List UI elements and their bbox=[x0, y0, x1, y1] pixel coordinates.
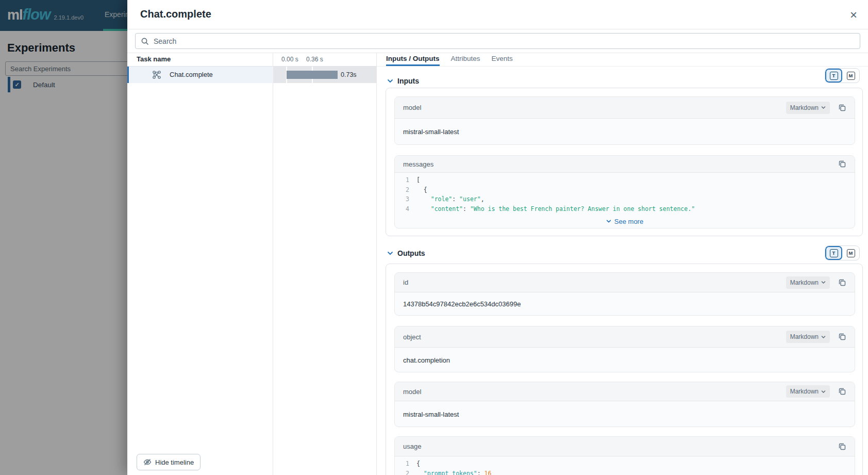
field-value: mistral-small-latest bbox=[395, 401, 855, 427]
markdown-mode-icon[interactable]: M bbox=[842, 246, 859, 260]
search-icon bbox=[141, 37, 149, 45]
code-line: 3 "role": "user", bbox=[395, 194, 855, 204]
tab-inputs-outputs-label: Inputs / Outputs bbox=[386, 55, 440, 62]
span-duration-bar[interactable] bbox=[287, 71, 338, 79]
renderer-dropdown-label: Markdown bbox=[790, 279, 819, 286]
see-more-label: See more bbox=[614, 218, 643, 225]
text-mode-icon[interactable]: T bbox=[825, 69, 842, 83]
tab-events[interactable]: Events bbox=[492, 53, 513, 66]
trace-detail-modal: Chat.complete × Task name Chat.complete bbox=[127, 0, 868, 475]
chevron-down-icon[interactable] bbox=[387, 78, 393, 84]
task-row-label: Chat.complete bbox=[170, 67, 213, 83]
hide-timeline-label: Hide timeline bbox=[155, 458, 194, 466]
field-header: messages bbox=[395, 156, 855, 173]
markdown-mode-icon[interactable]: M bbox=[842, 69, 859, 83]
field-label: object bbox=[403, 333, 786, 341]
chevron-down-icon bbox=[821, 280, 826, 285]
field-header: object Markdown bbox=[395, 326, 855, 348]
inputs-section-heading: Inputs bbox=[377, 73, 686, 89]
renderer-dropdown[interactable]: Markdown bbox=[786, 385, 830, 398]
timeline-tick-0: 0.00 s bbox=[281, 56, 298, 63]
renderer-dropdown[interactable]: Markdown bbox=[786, 102, 830, 114]
chevron-down-icon bbox=[821, 105, 826, 110]
span-details-panel: Inputs / Outputs Attributes Events Input… bbox=[377, 53, 868, 475]
field-header: model Markdown bbox=[395, 382, 855, 401]
chevron-down-icon bbox=[606, 219, 611, 224]
output-field-id: id Markdown 14378b54c97842ecb2e6c534dc03… bbox=[394, 272, 855, 316]
renderer-dropdown-label: Markdown bbox=[790, 333, 819, 340]
output-field-usage: usage 1{2 "prompt_tokens": 16 bbox=[394, 436, 855, 475]
input-field-model: model Markdown mistral-small-latest bbox=[394, 96, 855, 145]
trace-graph-icon bbox=[152, 70, 161, 79]
field-value: mistral-small-latest bbox=[395, 119, 855, 145]
field-label: messages bbox=[403, 160, 830, 168]
modal-search-input[interactable] bbox=[154, 37, 855, 45]
outputs-section-title: Outputs bbox=[397, 249, 425, 257]
code-line: 4 "content": "Who is the best French pai… bbox=[395, 204, 855, 214]
outputs-group: id Markdown 14378b54c97842ecb2e6c534dc03… bbox=[386, 264, 863, 475]
renderer-dropdown[interactable]: Markdown bbox=[786, 276, 830, 289]
code-line: 1{ bbox=[395, 459, 855, 469]
field-value: chat.completion bbox=[395, 348, 855, 372]
text-mode-icon[interactable]: T bbox=[825, 246, 842, 260]
code-line: 2 { bbox=[395, 185, 855, 195]
close-icon[interactable]: × bbox=[845, 7, 862, 23]
outputs-render-mode-toggle: T M bbox=[825, 245, 860, 260]
output-field-model: model Markdown mistral-small-latest bbox=[394, 382, 855, 427]
inputs-render-mode-toggle: T M bbox=[825, 68, 860, 83]
field-label: id bbox=[403, 279, 786, 286]
inputs-section-title: Inputs bbox=[397, 77, 419, 85]
tab-attributes[interactable]: Attributes bbox=[451, 53, 480, 66]
code-line: 1[ bbox=[395, 175, 855, 185]
renderer-dropdown-label: Markdown bbox=[790, 104, 819, 111]
active-tab-underline bbox=[386, 64, 440, 66]
field-label: usage bbox=[403, 443, 830, 450]
field-header: id Markdown bbox=[395, 273, 855, 292]
modal-title: Chat.complete bbox=[140, 8, 211, 20]
renderer-dropdown-label: Markdown bbox=[790, 388, 819, 395]
usage-code-block: 1{2 "prompt_tokens": 16 bbox=[395, 456, 855, 475]
span-duration-label: 0.73s bbox=[341, 67, 357, 83]
task-list-panel: Task name Chat.complete Hide timeline bbox=[127, 53, 273, 475]
chevron-down-icon bbox=[821, 389, 826, 394]
eye-slash-icon bbox=[143, 458, 152, 466]
timeline-panel: 0.00 s 0.36 s 0.73s bbox=[273, 53, 377, 475]
copy-icon[interactable] bbox=[838, 387, 846, 396]
timeline-header: 0.00 s 0.36 s bbox=[273, 53, 376, 67]
chevron-down-icon[interactable] bbox=[387, 250, 393, 256]
renderer-dropdown[interactable]: Markdown bbox=[786, 331, 830, 343]
modal-header: Chat.complete × bbox=[127, 0, 868, 29]
hide-timeline-button[interactable]: Hide timeline bbox=[137, 454, 201, 470]
selected-task-indicator bbox=[127, 67, 129, 83]
field-header: usage bbox=[395, 437, 855, 456]
task-name-column-header: Task name bbox=[127, 53, 273, 65]
outputs-section-heading: Outputs bbox=[377, 245, 686, 261]
modal-search-row bbox=[127, 29, 868, 53]
code-line: 2 "prompt_tokens": 16 bbox=[395, 469, 855, 475]
copy-icon[interactable] bbox=[838, 279, 846, 287]
task-row-chat-complete[interactable]: Chat.complete bbox=[127, 67, 273, 83]
task-list-header: Task name bbox=[127, 53, 273, 67]
details-content: Inputs T M model Markdown bbox=[377, 67, 868, 475]
copy-icon[interactable] bbox=[838, 160, 846, 168]
messages-code-block: 1[2 {3 "role": "user",4 "content": "Who … bbox=[395, 173, 855, 215]
see-more-link[interactable]: See more bbox=[395, 215, 855, 228]
tab-inputs-outputs[interactable]: Inputs / Outputs bbox=[386, 53, 440, 66]
input-field-messages: messages 1[2 {3 "role": "user",4 "conten… bbox=[394, 155, 855, 228]
inputs-group: model Markdown mistral-small-latest mess… bbox=[386, 88, 863, 236]
field-label: model bbox=[403, 388, 786, 396]
chevron-down-icon bbox=[821, 335, 826, 339]
modal-search-box[interactable] bbox=[135, 33, 860, 49]
timeline-row: 0.73s bbox=[273, 67, 377, 83]
copy-icon[interactable] bbox=[838, 104, 846, 112]
copy-icon[interactable] bbox=[838, 333, 846, 341]
copy-icon[interactable] bbox=[838, 443, 846, 451]
field-header: model Markdown bbox=[395, 97, 855, 119]
timeline-tick-1: 0.36 s bbox=[306, 56, 323, 63]
field-value: 14378b54c97842ecb2e6c534dc03699e bbox=[395, 292, 855, 316]
field-label: model bbox=[403, 104, 786, 111]
details-tab-bar: Inputs / Outputs Attributes Events bbox=[377, 53, 868, 67]
output-field-object: object Markdown chat.completion bbox=[394, 326, 855, 372]
